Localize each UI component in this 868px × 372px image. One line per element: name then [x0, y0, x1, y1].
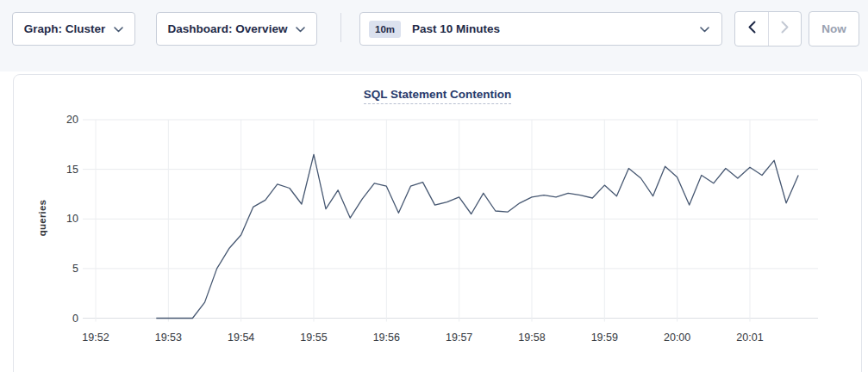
chevron-down-icon	[296, 22, 305, 35]
chevron-down-icon	[114, 22, 123, 35]
x-tick-label: 19:52	[68, 331, 123, 344]
dashboard-dropdown[interactable]: Dashboard: Overview	[156, 12, 317, 46]
time-range-label: Past 10 Minutes	[412, 22, 700, 35]
toolbar-divider	[340, 13, 341, 42]
series-line	[156, 154, 798, 318]
toolbar: Graph: Cluster Dashboard: Overview 10m P…	[0, 0, 868, 71]
y-tick-label: 0	[35, 312, 78, 326]
time-range-picker[interactable]: 10m Past 10 Minutes	[359, 12, 722, 46]
x-tick-label: 19:57	[432, 331, 487, 344]
chevron-right-icon	[781, 21, 789, 37]
chart-svg[interactable]	[14, 75, 863, 359]
dashboard-dropdown-label: Dashboard: Overview	[168, 22, 288, 35]
y-tick-label: 15	[35, 163, 78, 177]
y-tick-label: 10	[35, 212, 78, 226]
chart-card: SQL Statement Contention queries 0510152…	[13, 74, 862, 372]
graph-dropdown[interactable]: Graph: Cluster	[12, 12, 135, 46]
chevron-left-icon	[748, 21, 756, 37]
x-tick-label: 19:53	[141, 331, 196, 344]
time-shift-forward-button[interactable]	[768, 12, 801, 46]
x-tick-label: 19:54	[214, 331, 269, 344]
time-shift-back-button[interactable]	[735, 12, 768, 46]
graph-dropdown-label: Graph: Cluster	[24, 22, 106, 35]
x-tick-label: 19:58	[504, 331, 559, 344]
chart-area: queries 05101520 19:5219:5319:5419:5519:…	[14, 75, 863, 359]
x-tick-label: 20:01	[722, 331, 777, 344]
x-tick-label: 19:59	[577, 331, 632, 344]
y-tick-label: 20	[35, 113, 78, 127]
x-tick-label: 20:00	[650, 331, 705, 344]
x-tick-label: 19:56	[359, 331, 414, 344]
x-tick-label: 19:55	[286, 331, 341, 344]
y-tick-label: 5	[35, 262, 78, 276]
time-shift-button-group	[734, 11, 802, 46]
now-button[interactable]: Now	[809, 11, 859, 46]
time-range-badge: 10m	[369, 21, 401, 38]
chevron-down-icon	[700, 22, 709, 35]
